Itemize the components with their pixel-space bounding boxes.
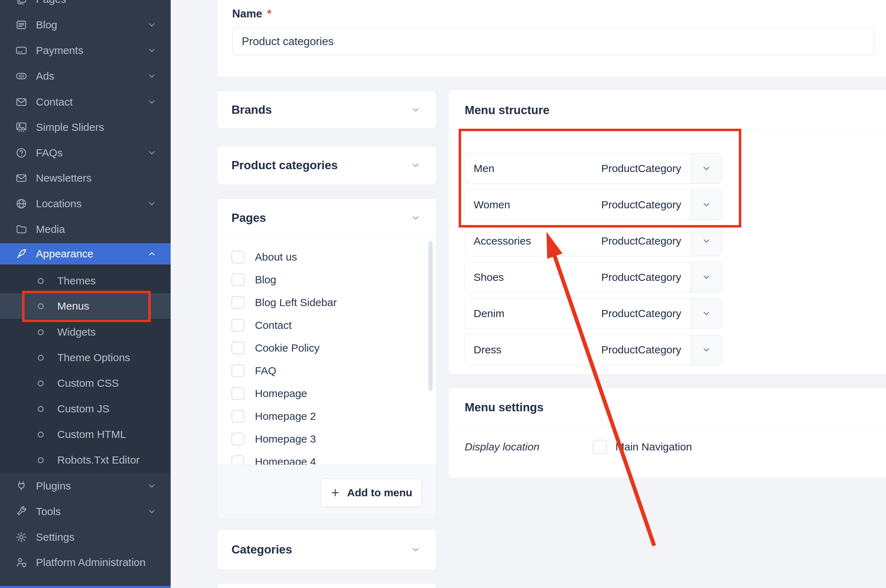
sidebar-subitem-robots-txt-editor[interactable]: Robots.Txt Editor [0, 447, 171, 473]
sidebar-item-blog[interactable]: Blog [0, 12, 171, 38]
page-label: Homepage 4 [255, 456, 316, 465]
menu-name-card: Name * Product categories [217, 0, 886, 78]
sidebar-item-plugins[interactable]: Plugins [0, 473, 171, 499]
brands-panel[interactable]: Brands [217, 91, 436, 129]
menu-item-label: Dress [465, 335, 501, 365]
page-list-item: About us [217, 246, 436, 268]
sidebar-subitem-widgets[interactable]: Widgets [0, 319, 171, 345]
chevron-down-icon [147, 20, 156, 30]
sidebar-subitem-custom-css[interactable]: Custom CSS [0, 370, 171, 396]
menu-item-expand-button[interactable] [690, 335, 722, 365]
sidebar-item-media[interactable]: Media [0, 216, 171, 242]
page-label: FAQ [255, 365, 276, 377]
menu-item-label: Men [465, 154, 494, 183]
sidebar-item-label: Blog [36, 19, 57, 31]
chevron-down-icon [147, 482, 156, 490]
sidebar-item-payments[interactable]: Payments [0, 38, 171, 63]
chevron-down-icon[interactable] [411, 105, 421, 115]
sidebar-subitem-label: Theme Options [57, 352, 130, 364]
sidebar-item-label: Appearance [36, 248, 93, 260]
categories-panel-title: Categories [231, 543, 292, 556]
user-shield-icon [15, 556, 27, 568]
page-label: Cookie Policy [255, 342, 319, 354]
sidebar-item-appearance[interactable]: Appearance [0, 243, 171, 264]
page-checkbox[interactable] [231, 433, 244, 446]
sidebar-item-contact[interactable]: Contact [0, 89, 171, 115]
page-list-item: Cookie Policy [217, 337, 436, 359]
sidebar-subitem-theme-options[interactable]: Theme Options [0, 345, 171, 370]
menu-item-men[interactable]: Men ProductCategory [465, 153, 722, 184]
chevron-down-icon [702, 200, 711, 209]
page-list-item: Homepage 3 [217, 428, 436, 450]
page-label: About us [255, 251, 297, 263]
menu-name-input[interactable]: Product categories [232, 28, 874, 55]
menu-item-expand-button[interactable] [690, 154, 722, 183]
sidebar-subitem-custom-html[interactable]: Custom HTML [0, 422, 171, 447]
menu-item-type: ProductCategory [601, 262, 690, 292]
page-list-item: Homepage 2 [217, 405, 436, 428]
page-checkbox[interactable] [231, 250, 244, 263]
sidebar-item-tools[interactable]: Tools [0, 499, 171, 524]
menu-item-expand-button[interactable] [690, 262, 722, 292]
sidebar-item-locations[interactable]: Locations [0, 191, 171, 216]
sidebar-subitem-menus[interactable]: Menus [0, 293, 171, 319]
page-checkbox[interactable] [231, 455, 244, 465]
sidebar-subitem-themes[interactable]: Themes [0, 268, 171, 294]
add-to-menu-button[interactable]: Add to menu [321, 478, 422, 507]
menu-item-accessories[interactable]: Accessories ProductCategory [465, 226, 722, 256]
folder-icon [15, 223, 27, 236]
menu-item-women[interactable]: Women ProductCategory [465, 189, 722, 220]
menu-item-expand-button[interactable] [690, 298, 722, 328]
menu-item-expand-button[interactable] [690, 190, 722, 220]
pages-list-scrollbar[interactable] [429, 242, 433, 391]
chevron-down-icon[interactable] [411, 213, 421, 223]
menu-item-shoes[interactable]: Shoes ProductCategory [465, 262, 722, 292]
categories-panel[interactable]: Categories [217, 530, 436, 570]
menu-item-dress[interactable]: Dress ProductCategory [465, 334, 722, 365]
product-categories-panel[interactable]: Product categories [217, 146, 436, 185]
chevron-down-icon[interactable] [411, 544, 421, 555]
page-list-item: Homepage 4 [217, 450, 436, 465]
menu-item-type: ProductCategory [601, 335, 690, 365]
sidebar-item-label: Ads [36, 70, 54, 82]
sidebar-item-label: FAQs [36, 147, 63, 159]
menu-item-denim[interactable]: Denim ProductCategory [465, 298, 722, 329]
page-checkbox[interactable] [231, 273, 244, 286]
page-checkbox[interactable] [231, 319, 244, 332]
pages-panel-header[interactable]: Pages [217, 199, 436, 237]
sidebar-subitem-custom-js[interactable]: Custom JS [0, 396, 171, 422]
chevron-down-icon [702, 309, 711, 318]
page-checkbox[interactable] [231, 410, 244, 423]
bullet-icon [38, 329, 44, 335]
blog-icon [15, 19, 27, 31]
sidebar-item-platform-administration[interactable]: Platform Administration [0, 550, 171, 575]
sidebar-item-ads[interactable]: Ads [0, 63, 171, 89]
menu-settings-panel: Menu settings Display location Main Navi… [448, 387, 886, 478]
chevron-down-icon [702, 164, 711, 173]
bullet-icon [38, 355, 44, 361]
sidebar-item-simple-sliders[interactable]: Simple Sliders [0, 114, 171, 140]
sidebar-item-newsletters[interactable]: Newsletters [0, 165, 171, 191]
page-checkbox[interactable] [231, 296, 244, 309]
help-circle-icon [15, 147, 27, 159]
bullet-icon [38, 457, 44, 463]
plus-icon [330, 488, 340, 498]
page-checkbox[interactable] [231, 364, 244, 377]
page-checkbox[interactable] [231, 342, 244, 354]
chevron-down-icon [147, 98, 156, 106]
sidebar-item-label: Tools [36, 506, 61, 518]
sidebar-item-pages[interactable]: Pages [0, 0, 171, 12]
product-categories-panel-title: Product categories [231, 159, 338, 172]
sidebar-bottom-highlight [0, 586, 171, 588]
chevron-down-icon [147, 199, 156, 208]
sidebar-item-label: Payments [36, 45, 83, 57]
page-checkbox[interactable] [231, 387, 244, 400]
main-navigation-checkbox[interactable] [593, 440, 607, 454]
menus-admin-page: Pages Blog Payments Ads Contact Simple S… [0, 0, 886, 588]
chevron-down-icon[interactable] [411, 160, 421, 170]
sidebar-item-faqs[interactable]: FAQs [0, 140, 171, 166]
chevron-down-icon [702, 345, 711, 354]
sidebar-item-settings[interactable]: Settings [0, 524, 171, 550]
menu-item-expand-button[interactable] [690, 226, 722, 256]
sidebar-item-label: Locations [36, 198, 81, 210]
